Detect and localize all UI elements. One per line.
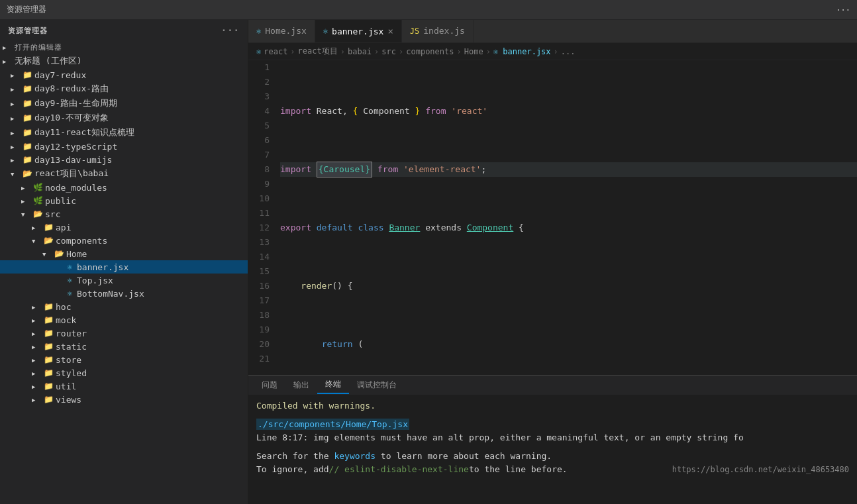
arrow-hoc [32, 303, 42, 311]
folder-icon-api: 📁 [42, 222, 54, 232]
arrow-views [32, 396, 42, 403]
open-editors-label: 打开的编辑器 [13, 42, 62, 52]
folder-icon-day9: 📁 [21, 98, 33, 109]
folder-icon-styled: 📁 [42, 368, 54, 378]
terminal-tab-output[interactable]: 输出 [285, 377, 317, 393]
sidebar-section-open-editors[interactable]: 打开的编辑器 [0, 41, 248, 54]
label-day9: day9-路由-生命周期 [33, 97, 117, 109]
breadcrumb-sep1: › [290, 47, 295, 56]
arrow-api [32, 224, 42, 231]
code-line-2: import {Carousel} from 'element-react'; [280, 162, 857, 177]
sidebar-item-day9[interactable]: 📁 day9-路由-生命周期 [0, 96, 248, 111]
arrow-day12 [11, 143, 21, 150]
folder-icon-day11: 📁 [21, 127, 33, 138]
breadcrumb-react[interactable]: react [264, 47, 287, 56]
terminal-line-filepath: ./src/components/Home/Top.jsx [256, 418, 849, 431]
folder-icon-react-babai: 📂 [21, 168, 33, 179]
file-icon-top-jsx: ⚛ [64, 275, 76, 285]
sidebar-item-router[interactable]: 📁 router [0, 327, 248, 340]
arrow-day13 [11, 156, 21, 164]
workspace-arrow [3, 58, 13, 65]
sidebar-item-day13[interactable]: 📁 day13-dav-umijs [0, 153, 248, 166]
sidebar-item-static[interactable]: 📁 static [0, 340, 248, 353]
tab-label-banner-jsx: banner.jsx [332, 26, 383, 36]
sidebar-item-react-babai[interactable]: 📂 react项目\babai [0, 166, 248, 181]
sidebar-item-day10[interactable]: 📁 day10-不可变对象 [0, 111, 248, 125]
terminal-filepath-link[interactable]: ./src/components/Home/Top.jsx [256, 419, 409, 430]
code-line-4: render() { [280, 279, 857, 293]
breadcrumb-banner-jsx[interactable]: ⚛ banner.jsx [493, 47, 551, 56]
sidebar-item-util[interactable]: 📁 util [0, 379, 248, 393]
folder-icon-util: 📁 [42, 381, 54, 391]
label-day10: day10-不可变对象 [33, 112, 109, 124]
terminal-ignore-suffix: to the line before. [469, 463, 568, 476]
folder-icon-views: 📁 [42, 394, 54, 405]
arrow-styled [32, 370, 42, 377]
sidebar-item-day8[interactable]: 📁 day8-redux-路由 [0, 81, 248, 96]
label-api: api [54, 223, 71, 232]
terminal-content[interactable]: Compiled with warnings. ./src/components… [248, 395, 857, 504]
breadcrumb-react-project[interactable]: react项目 [298, 46, 338, 57]
sidebar-item-day12[interactable]: 📁 day12-typeScript [0, 140, 248, 153]
folder-icon-home: 📂 [53, 248, 65, 259]
code-line-1: import React, { Component } from 'react' [280, 104, 857, 119]
sidebar-item-mock[interactable]: 📁 mock [0, 313, 248, 327]
sidebar-workspace[interactable]: 无标题 (工作区) [0, 54, 248, 68]
terminal-url[interactable]: https://blog.csdn.net/weixin_48653480 [672, 463, 849, 476]
terminal-search-prefix: Search for the [256, 451, 334, 461]
line-numbers: 12345 678910 1112131415 1617181920 21 [248, 60, 275, 375]
sidebar-item-bottomnav-jsx[interactable]: ⚛ BottomNav.jsx [0, 287, 248, 300]
terminal-blank2 [256, 444, 849, 450]
sidebar-item-day11[interactable]: 📁 day11-react知识点梳理 [0, 125, 248, 140]
breadcrumb-src[interactable]: src [381, 47, 396, 56]
tab-index-js[interactable]: JS index.js [402, 20, 474, 42]
breadcrumb-home[interactable]: Home [464, 47, 483, 56]
breadcrumb-sep7: › [554, 47, 558, 56]
label-banner-jsx: banner.jsx [76, 262, 128, 272]
sidebar-item-api[interactable]: 📁 api [0, 221, 248, 234]
tab-home-jsx[interactable]: ⚛ Home.jsx [248, 20, 315, 42]
tab-close-banner-jsx[interactable]: × [387, 26, 393, 36]
arrow-day7 [11, 72, 21, 79]
file-icon-banner-jsx: ⚛ [64, 262, 76, 272]
terminal-tab-debug[interactable]: 调试控制台 [349, 377, 405, 393]
label-react-babai: react项目\babai [33, 168, 109, 179]
terminal-search-suffix: to learn more about each warning. [381, 451, 552, 461]
sidebar-item-store[interactable]: 📁 store [0, 353, 248, 366]
sidebar-item-node-modules[interactable]: 🌿 node_modules [0, 181, 248, 194]
arrow-components [32, 237, 42, 244]
code-area[interactable]: 12345 678910 1112131415 1617181920 21 im… [248, 60, 857, 375]
sidebar-item-top-jsx[interactable]: ⚛ Top.jsx [0, 274, 248, 287]
main-area: 资源管理器 ··· 打开的编辑器 无标题 (工作区) 📁 day7-redux [0, 20, 857, 504]
sidebar-item-views[interactable]: 📁 views [0, 393, 248, 406]
sidebar-item-src[interactable]: 📂 src [0, 207, 248, 221]
folder-icon-store: 📁 [42, 354, 54, 365]
terminal-blank1 [256, 413, 849, 418]
breadcrumb: ⚛ react › react项目 › babai › src › compon… [248, 43, 857, 60]
sidebar-item-day7-redux[interactable]: 📁 day7-redux [0, 68, 248, 81]
sidebar-item-styled[interactable]: 📁 styled [0, 366, 248, 379]
label-day11: day11-react知识点梳理 [33, 126, 134, 138]
terminal-tab-terminal[interactable]: 终端 [317, 376, 349, 394]
sidebar-item-hoc[interactable]: 📁 hoc [0, 300, 248, 313]
arrow-public [21, 197, 32, 205]
arrow-home [42, 250, 53, 258]
sidebar: 资源管理器 ··· 打开的编辑器 无标题 (工作区) 📁 day7-redux [0, 20, 248, 504]
tab-banner-jsx[interactable]: ⚛ banner.jsx × [315, 20, 402, 42]
sidebar-item-banner-jsx[interactable]: ⚛ banner.jsx [0, 260, 248, 274]
code-content[interactable]: import React, { Component } from 'react'… [275, 60, 857, 375]
arrow-react-babai [11, 170, 21, 177]
sidebar-menu-button[interactable]: ··· [221, 25, 240, 36]
breadcrumb-components[interactable]: components [406, 47, 454, 56]
title-dots[interactable]: ··· [836, 5, 850, 15]
sidebar-item-components[interactable]: 📂 components [0, 234, 248, 247]
breadcrumb-dots: ... [561, 47, 576, 56]
folder-icon-src: 📂 [32, 209, 44, 219]
terminal-tab-problems[interactable]: 问题 [254, 377, 285, 393]
sidebar-item-public[interactable]: 🌿 public [0, 194, 248, 207]
terminal-search-keyword: keywords [334, 451, 376, 461]
label-node-modules: node_modules [44, 183, 107, 193]
sidebar-item-home[interactable]: 📂 Home [0, 247, 248, 260]
breadcrumb-babai[interactable]: babai [348, 47, 372, 56]
title-bar: 资源管理器 ··· [0, 0, 857, 20]
